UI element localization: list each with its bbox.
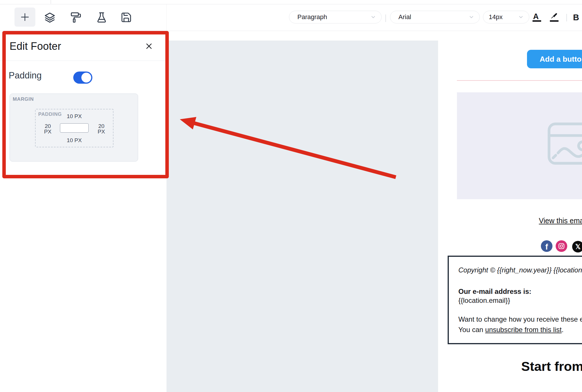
highlight-color-button[interactable] (549, 12, 559, 23)
padding-box: PADDING 10 PX 20 PX 20 PX 10 PX (35, 109, 114, 147)
add-a-button-element[interactable]: Add a button (527, 50, 582, 68)
top-tab-divider (51, 0, 51, 4)
view-email-link[interactable]: View this emai (539, 217, 582, 225)
email-footer-block[interactable]: Copyright © {{right_now.year}} {{locatio… (448, 256, 582, 344)
margin-label: MARGIN (13, 96, 34, 102)
save-button[interactable] (120, 11, 132, 23)
instagram-icon[interactable] (556, 240, 567, 252)
x-twitter-icon[interactable]: 𝕏 (572, 241, 582, 252)
editor-canvas[interactable] (166, 41, 438, 392)
image-icon (547, 122, 582, 165)
toolbar-section-divider (166, 4, 167, 31)
layers-button[interactable] (44, 11, 56, 23)
bold-button[interactable]: B (573, 13, 579, 22)
font-size-value: 14px (483, 13, 503, 21)
font-size-select[interactable]: 14px (483, 11, 529, 23)
chevron-down-icon (468, 14, 474, 20)
chevron-down-icon (518, 14, 524, 20)
padding-right-value: 20 PX (94, 123, 109, 134)
padding-center-input[interactable] (60, 123, 89, 133)
facebook-icon[interactable]: f (541, 240, 552, 252)
padding-left-value: 20 PX (40, 123, 55, 134)
font-family-select[interactable]: Arial (390, 11, 480, 23)
copyright-line: Copyright © {{right_now.year}} {{locatio… (458, 266, 582, 274)
change-preferences-line: Want to change how you receive these ema (458, 315, 582, 324)
padding-toggle-label: Padding (9, 70, 42, 81)
add-a-button-label: Add a button (540, 55, 582, 64)
test-button[interactable] (96, 11, 108, 23)
add-element-button[interactable] (14, 8, 35, 27)
paragraph-style-value: Paragraph (289, 13, 327, 21)
highlighter-icon (549, 12, 558, 20)
layers-icon (44, 11, 56, 23)
email-heading: Our e-mail address is: (458, 287, 531, 296)
divider-element[interactable] (457, 80, 582, 81)
unsubscribe-line: You can unsubscribe from this list. (458, 325, 563, 334)
format-divider (566, 14, 567, 21)
close-icon (145, 42, 153, 50)
flask-icon (96, 11, 108, 23)
paint-roller-icon (70, 11, 82, 23)
email-merge-tag: {{location.email}} (458, 296, 510, 305)
top-strip-border (0, 4, 582, 4)
start-from-heading: Start from (521, 359, 582, 374)
highlight-color-bar (550, 20, 559, 22)
text-color-button[interactable]: A (532, 12, 543, 23)
text-color-letter: A (533, 12, 539, 21)
email-builder-app: Paragraph Arial 14px A B Edit Footer Pa (0, 0, 582, 392)
image-placeholder[interactable] (457, 92, 582, 199)
padding-bottom-value: 10 PX (36, 138, 113, 143)
padding-top-value: 10 PX (36, 113, 113, 119)
padding-toggle[interactable] (73, 72, 92, 84)
panel-divider (0, 61, 166, 61)
plus-icon (20, 12, 30, 22)
margin-box: MARGIN PADDING 10 PX 20 PX 20 PX 10 PX (10, 94, 138, 162)
panel-close-button[interactable] (145, 42, 153, 50)
chevron-down-icon (370, 14, 376, 20)
toolbar-bottom-border (0, 31, 582, 31)
save-icon (120, 11, 132, 23)
styles-button[interactable] (70, 11, 82, 23)
paragraph-style-select[interactable]: Paragraph (289, 11, 382, 23)
toggle-knob (81, 73, 91, 83)
panel-title: Edit Footer (10, 40, 61, 52)
font-family-value: Arial (390, 13, 411, 21)
format-divider (385, 14, 386, 22)
unsubscribe-link[interactable]: unsubscribe from this list (485, 326, 562, 334)
text-color-bar (532, 20, 541, 22)
